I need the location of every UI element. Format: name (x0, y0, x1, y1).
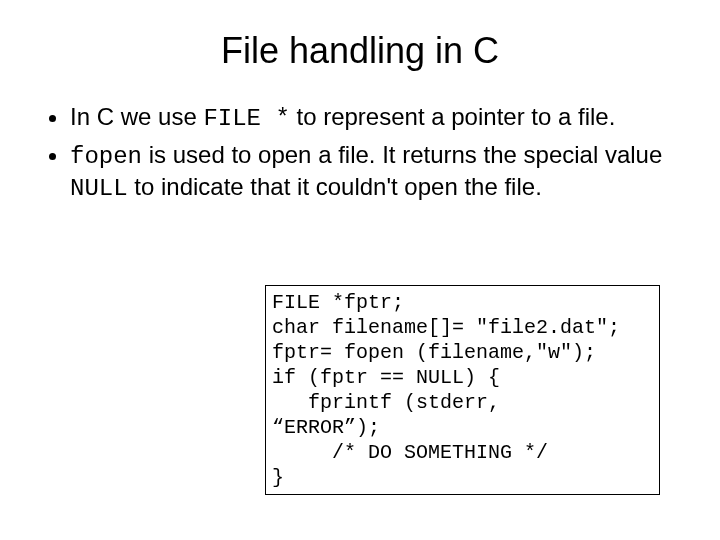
bullet-list: In C we use FILE * to represent a pointe… (40, 102, 680, 204)
code-inline: fopen (70, 143, 142, 170)
bullet-2: fopen is used to open a file. It returns… (70, 140, 680, 204)
text: to indicate that it couldn't open the fi… (128, 173, 542, 200)
text: is used to open a file. It returns the s… (142, 141, 662, 168)
slide-title: File handling in C (40, 30, 680, 72)
slide-body: In C we use FILE * to represent a pointe… (40, 102, 680, 204)
code-block: FILE *fptr; char filename[]= "file2.dat"… (265, 285, 660, 495)
text: In C we use (70, 103, 203, 130)
bullet-1: In C we use FILE * to represent a pointe… (70, 102, 680, 134)
slide: File handling in C In C we use FILE * to… (0, 0, 720, 540)
text: to represent a pointer to a file. (290, 103, 616, 130)
code-inline: NULL (70, 175, 128, 202)
code-inline: FILE * (203, 105, 289, 132)
